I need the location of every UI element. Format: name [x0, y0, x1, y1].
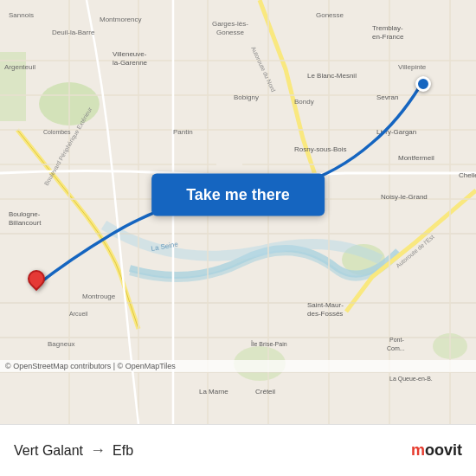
moovit-logo-m: m [411, 441, 425, 459]
svg-text:Argenteuil: Argenteuil [4, 63, 35, 71]
svg-text:Tremblay-: Tremblay- [372, 24, 403, 32]
svg-text:Montmorency: Montmorency [100, 16, 141, 23]
svg-text:Montfermeil: Montfermeil [398, 154, 434, 162]
svg-text:Bobigny: Bobigny [234, 93, 259, 101]
origin-pin [28, 270, 45, 293]
svg-text:Gonesse: Gonesse [216, 29, 245, 36]
svg-text:Com...: Com... [387, 345, 405, 351]
svg-text:Colombes: Colombes [43, 129, 71, 135]
svg-text:Pantin: Pantin [173, 128, 193, 136]
svg-rect-3 [0, 52, 26, 121]
map-attribution: © OpenStreetMap contributors | © OpenMap… [0, 360, 476, 372]
svg-text:Bagneux: Bagneux [48, 340, 75, 348]
svg-text:Île Brise-Pain: Île Brise-Pain [250, 340, 287, 347]
svg-text:Bondy: Bondy [294, 98, 314, 106]
svg-text:Arcueil: Arcueil [69, 311, 88, 317]
route-origin: Vert Galant [14, 443, 83, 459]
info-bar: Vert Galant → Efb moovit [0, 424, 476, 476]
svg-text:Le Blanc-Mesnil: Le Blanc-Mesnil [307, 72, 357, 80]
svg-text:Sannois: Sannois [9, 11, 34, 19]
svg-text:des-Fossés: des-Fossés [307, 310, 343, 318]
map-container: Sannois Argenteuil Colombes Deuil-la-Bar… [0, 0, 476, 424]
svg-text:Pont-: Pont- [389, 337, 404, 343]
svg-text:Garges-lès-: Garges-lès- [212, 20, 248, 28]
svg-text:Gonesse: Gonesse [316, 11, 344, 19]
take-me-there-button[interactable]: Take me there [151, 174, 325, 216]
svg-text:Créteil: Créteil [255, 388, 275, 396]
svg-text:Villepinte: Villepinte [398, 63, 427, 71]
route-info: Vert Galant → Efb [14, 441, 133, 460]
svg-text:Noisy-le-Grand: Noisy-le-Grand [381, 193, 428, 201]
svg-text:Sevran: Sevran [376, 93, 398, 101]
route-destination: Efb [113, 443, 133, 459]
svg-text:Billancourt: Billancourt [9, 219, 42, 227]
moovit-logo: moovit [411, 441, 462, 460]
svg-text:Chelles: Chelles [459, 171, 476, 179]
svg-text:La Queue-en-B.: La Queue-en-B. [389, 376, 433, 383]
svg-text:la-Garenne: la-Garenne [113, 59, 148, 67]
destination-pin [415, 76, 431, 92]
route-arrow: → [90, 441, 106, 460]
svg-text:Deuil-la-Barre: Deuil-la-Barre [52, 29, 95, 36]
svg-text:Montrouge: Montrouge [82, 293, 116, 300]
moovit-logo-rest: oovit [425, 441, 462, 459]
svg-text:Villeneuve-: Villeneuve- [113, 50, 147, 58]
svg-text:en-France: en-France [372, 33, 404, 41]
svg-text:Boulogne-: Boulogne- [9, 210, 41, 218]
svg-text:Rosny-sous-Bois: Rosny-sous-Bois [294, 145, 346, 153]
svg-text:La Marne: La Marne [199, 388, 228, 396]
svg-text:Saint-Maur-: Saint-Maur- [307, 301, 344, 309]
